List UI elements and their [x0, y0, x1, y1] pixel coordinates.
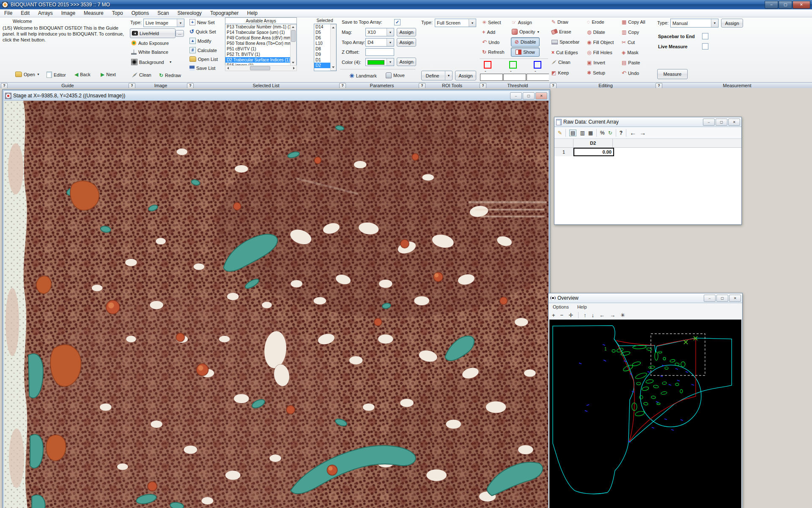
copy-all-button[interactable]: ▦Copy All [622, 19, 645, 25]
edit-cell-icon[interactable]: ✎ [558, 130, 562, 136]
green-channel-box[interactable] [509, 61, 517, 69]
raw-data-maximize-button[interactable]: ▢ [716, 119, 727, 126]
background-button[interactable]: Background ▼ [131, 59, 172, 65]
z-offset-input[interactable] [365, 48, 394, 56]
stage-title-bar[interactable]: Stage at X=-9385.8, Y=2435.2 ((Unsaved I… [4, 91, 549, 101]
available-vscrollbar[interactable] [290, 24, 296, 66]
overview-canvas[interactable]: 1 [549, 320, 741, 508]
close-button[interactable]: ✕ [793, 1, 810, 9]
menu-stereology[interactable]: Stereology [173, 10, 206, 16]
pan-up-icon[interactable]: ↑ [584, 312, 587, 318]
pan-down-icon[interactable]: ↓ [592, 312, 595, 318]
overview-menu-help[interactable]: Help [573, 304, 591, 309]
raw-data-minimize-button[interactable]: – [703, 119, 715, 126]
help-icon[interactable]: ? [187, 83, 194, 88]
menu-file[interactable]: File [0, 10, 16, 16]
roi-assign-button[interactable]: Assign [455, 71, 476, 80]
auto-exposure-button[interactable]: Auto Exposure [131, 40, 169, 46]
color-assign-button[interactable]: Assign [397, 58, 416, 66]
overview-menu-options[interactable]: Options [549, 304, 573, 309]
overview-maximize-button[interactable]: ▢ [716, 295, 728, 302]
cut-button[interactable]: ✂Cut [622, 39, 635, 45]
paste-button[interactable]: ▤Paste [622, 60, 640, 66]
modify-button[interactable]: ▲ Modify [189, 38, 211, 44]
cut-edges-button[interactable]: ×Cut Edges [551, 50, 578, 55]
back-button[interactable]: ◀ Back [74, 72, 91, 77]
help-icon[interactable]: ? [1, 83, 8, 88]
rotate-marker-icon[interactable]: ↻ [608, 130, 612, 136]
edit-clean-button[interactable]: Clean [551, 60, 571, 65]
help-icon[interactable]: ? [656, 83, 662, 88]
overview-close-button[interactable]: ✕ [729, 295, 741, 302]
live-measure-checkbox[interactable] [702, 43, 708, 50]
menu-topographer[interactable]: Topographer [206, 10, 243, 16]
invert-button[interactable]: ▣Invert [587, 60, 605, 66]
list-item[interactable]: D14 [314, 24, 331, 30]
setup-button[interactable]: ✱Setup [587, 70, 605, 76]
selected-vscrollbar[interactable] [330, 24, 336, 71]
live-held-button[interactable]: Live/Held [130, 28, 176, 38]
stage-image-viewport[interactable] [4, 101, 549, 508]
percent-lock-icon[interactable]: % [600, 130, 605, 136]
raw-data-close-button[interactable]: ✕ [728, 119, 740, 126]
minimize-button[interactable]: – [765, 1, 778, 9]
zoom-out-icon[interactable]: − [560, 312, 564, 318]
threshold-undo-button[interactable]: ↶ Undo [482, 39, 499, 45]
white-balance-button[interactable]: White Balance [131, 50, 168, 55]
mag-assign-button[interactable]: Assign [397, 28, 416, 36]
quick-set-button[interactable]: ↺ Quick Set [189, 28, 216, 35]
measure-type-select[interactable]: Manual▼ [670, 19, 719, 28]
stage-minimize-button[interactable]: – [510, 92, 522, 99]
prev-array-icon[interactable]: ← [630, 129, 636, 136]
zoom-in-icon[interactable]: + [552, 312, 555, 318]
restore-button[interactable]: ▢ [779, 1, 792, 9]
help-icon[interactable]: ? [129, 83, 135, 88]
move-button[interactable]: Move [386, 72, 405, 78]
open-list-button[interactable]: Open List [189, 56, 218, 62]
next-array-icon[interactable]: → [639, 129, 646, 136]
menu-image[interactable]: Image [57, 10, 80, 16]
mask-button[interactable]: ◈Mask [622, 50, 639, 55]
list-item[interactable]: D5 [314, 30, 331, 35]
save-topo-checkbox[interactable]: ✓ [394, 19, 401, 25]
more-options-button[interactable]: ... [176, 30, 184, 37]
measure-assign-button[interactable]: Assign [721, 19, 743, 28]
dilate-button[interactable]: ◍Dilate [587, 29, 605, 35]
landmark-button[interactable]: ✳ Landmark [349, 72, 377, 79]
erase-button[interactable]: Erase [551, 29, 571, 34]
red-threshold-input[interactable] [480, 74, 503, 81]
measure-button[interactable]: Measure [657, 69, 688, 79]
center-icon[interactable]: ✳ [620, 312, 625, 318]
selected-items-list[interactable]: D14 D5 D6 L10 D8 D9 D1 D2 [314, 24, 337, 71]
open-button[interactable]: Open▼ [15, 72, 40, 77]
available-arrays-list[interactable]: P13 Trabecular Number (mm-1) (1) P14 Tra… [225, 24, 297, 66]
list-item[interactable]: L10 [314, 41, 331, 46]
threshold-add-button[interactable]: + Add [482, 29, 495, 35]
fill-object-button[interactable]: ◉Fill Object [587, 39, 614, 45]
erode-button[interactable]: ◌Erode [587, 19, 604, 25]
list-item[interactable]: P49 Cortical Bone Area (cBV) mm2 ( [225, 35, 291, 41]
mag-select[interactable]: X10▼ [365, 28, 394, 36]
editor-button[interactable]: Editor [47, 72, 66, 78]
spacebar-to-end-checkbox[interactable] [702, 33, 708, 39]
list-item[interactable]: D8 [314, 46, 331, 52]
stage-close-button[interactable]: ✕ [535, 92, 547, 99]
define-split-button[interactable]: Define ▼ [421, 71, 453, 80]
help-icon[interactable]: ? [550, 83, 557, 88]
copy-button[interactable]: ▥Copy [622, 29, 639, 35]
menu-options[interactable]: Options [127, 10, 153, 16]
raw-data-title-bar[interactable]: Raw Data: Current Array – ▢ ✕ [554, 117, 741, 127]
list-view-icon[interactable]: ▤ [569, 130, 576, 136]
raw-help-icon[interactable]: ? [620, 130, 623, 136]
grid-view-icon[interactable]: ▦ [588, 130, 593, 136]
fill-holes-button[interactable]: ◎Fill Holes [587, 50, 612, 55]
list-item[interactable]: P13 Trabecular Number (mm-1) (1) [225, 24, 291, 30]
list-item[interactable]: P52 Tt. BV/TV (1) [225, 52, 291, 57]
pan-icon[interactable]: ✛ [568, 312, 573, 318]
calculate-button[interactable]: # Calculate [189, 47, 217, 53]
save-list-button[interactable]: Save List [189, 66, 215, 71]
keep-button[interactable]: ◩Keep [551, 70, 569, 76]
menu-measure[interactable]: Measure [80, 10, 108, 16]
row-header[interactable]: 1 [554, 148, 573, 156]
menu-topo[interactable]: Topo [108, 10, 127, 16]
